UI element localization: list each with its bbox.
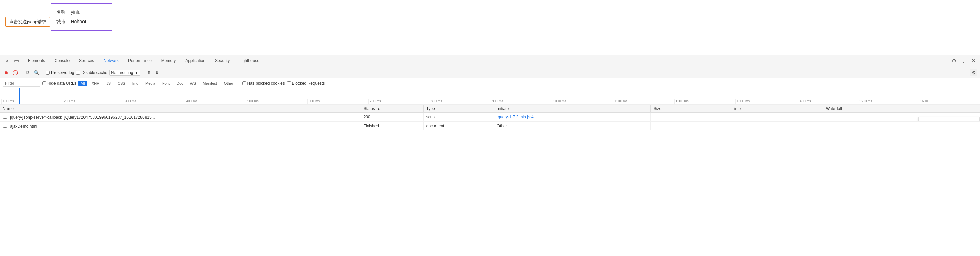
filter-input[interactable] [3,80,40,87]
network-toolbar: ⏺ 🚫 ⧉ 🔍 Preserve log Disable cache No th… [0,67,980,78]
timeline-tick: 400 ms [185,99,247,104]
import-har-button[interactable]: ⬆ [146,70,152,76]
waterfall-queued-row: Queued at 23.73 ms [923,120,975,122]
timeline-tick: 1600 [919,99,980,104]
info-city-value: Hohhot [70,19,86,24]
timeline-tick: 100 ms [2,99,63,104]
page-content: 点击发送jsonp请求 名称：yinlu 城市：Hohhot [0,0,980,54]
inspect-element-icon[interactable]: ⌖ [3,57,11,65]
devtools-tabbar: ⌖ ▭ Elements Console Sources Network Per… [0,55,980,67]
th-size[interactable]: Size [651,105,729,113]
th-name[interactable]: Name [0,105,361,113]
filter-js-button[interactable]: JS [104,80,113,86]
tab-security[interactable]: Security [210,55,234,67]
filter-css-button[interactable]: CSS [115,80,128,86]
tab-console[interactable]: Console [50,55,74,67]
toolbar-divider-2 [43,70,43,76]
network-table: Name Status Type Initiator Size [0,105,980,130]
row2-name: ajaxDemo.html [0,122,361,130]
close-devtools-icon[interactable]: ✕ [969,57,977,65]
toolbar-divider-3 [143,70,143,76]
tab-network[interactable]: Network [99,55,123,67]
jsonp-request-button[interactable]: 点击发送jsonp请求 [5,17,50,27]
row2-size [651,122,729,130]
th-status[interactable]: Status [361,105,423,113]
has-blocked-cookies-label[interactable]: Has blocked cookies [242,81,285,86]
row1-size [651,113,729,122]
record-button[interactable]: ⏺ [3,69,10,76]
th-type[interactable]: Type [423,105,494,113]
hide-data-urls-checkbox[interactable] [42,81,46,85]
timeline-tick: 900 ms [491,99,552,104]
preserve-log-checkbox[interactable] [46,70,50,75]
devtools-panel: ⌖ ▭ Elements Console Sources Network Per… [0,54,980,130]
filter-img-button[interactable]: Img [130,80,141,86]
timeline-tick: 1300 ms [735,99,797,104]
filter-font-button[interactable]: Font [160,80,172,86]
devtools-tab-list: Elements Console Sources Network Perform… [23,55,950,67]
row2-initiator: Other [494,122,651,130]
settings-icon[interactable]: ⚙ [950,57,958,65]
timeline-tick: 1100 ms [613,99,675,104]
row1-name: jquery-jsonp-server?callback=jQuery17204… [0,113,361,122]
filter-ws-button[interactable]: WS [188,80,199,86]
row2-checkbox[interactable] [3,123,8,128]
th-time[interactable]: Time [729,105,823,113]
network-settings-icon[interactable]: ⚙ [970,69,977,77]
filter-manifest-button[interactable]: Manifest [200,80,220,86]
export-har-button[interactable]: ⬇ [154,70,160,76]
row1-type: script [423,113,494,122]
chevron-down-icon: ▼ [134,70,138,75]
table-row[interactable]: jquery-jsonp-server?callback=jQuery17204… [0,113,980,122]
timeline-marker [19,88,20,104]
row1-checkbox[interactable] [3,114,8,119]
timeline-tick: 1000 ms [552,99,613,104]
timeline-tick: 500 ms [246,99,307,104]
info-box: 名称：yinlu 城市：Hohhot [51,3,113,31]
timeline-tick: 700 ms [368,99,430,104]
row1-initiator: jquery-1.7.2.min.js:4 [494,113,651,122]
hide-data-urls-label[interactable]: Hide data URLs [42,81,76,86]
tab-sources[interactable]: Sources [74,55,99,67]
tab-lighthouse[interactable]: Lighthouse [234,55,264,67]
preserve-log-label[interactable]: Preserve log [46,70,74,75]
more-options-icon[interactable]: ⋮ [959,57,968,65]
row2-status: Finished [361,122,423,130]
info-city-row: 城市：Hohhot [56,17,107,26]
filter-all-button[interactable]: All [78,80,87,86]
clear-button[interactable]: 🚫 [11,69,18,76]
blocked-requests-checkbox[interactable] [287,81,291,85]
device-toolbar-icon[interactable]: ▭ [12,57,21,65]
table-row[interactable]: ajaxDemo.html Finished document Other [0,122,980,130]
tab-application[interactable]: Application [181,55,210,67]
filter-xhr-button[interactable]: XHR [89,80,102,86]
tab-memory[interactable]: Memory [156,55,181,67]
filter-other-button[interactable]: Other [221,80,236,86]
th-initiator[interactable]: Initiator [494,105,651,113]
row2-time [729,122,823,130]
timeline-ruler: 100 ms200 ms300 ms400 ms500 ms600 ms700 … [0,88,980,104]
th-waterfall[interactable]: Waterfall [823,105,980,113]
row1-waterfall: Queued at 23.73 ms Started at 30.12 [823,113,980,122]
blocked-requests-label[interactable]: Blocked Requests [287,81,325,86]
search-icon[interactable]: 🔍 [33,69,40,76]
filter-media-button[interactable]: Media [143,80,158,86]
tab-elements[interactable]: Elements [23,55,50,67]
disable-cache-label[interactable]: Disable cache [76,70,107,75]
row1-initiator-link[interactable]: jquery-1.7.2.min.js:4 [497,115,534,120]
throttle-select[interactable]: No throttling ▼ [110,70,140,76]
info-city-label: 城市： [56,19,70,24]
filter-icon[interactable]: ⧉ [24,69,31,76]
timeline-tick: 800 ms [430,99,491,104]
waterfall-popup: Queued at 23.73 ms Started at 30.12 [918,117,980,122]
has-blocked-cookies-checkbox[interactable] [242,81,247,85]
timeline-tick: 1400 ms [797,99,858,104]
timeline-bar: — 100 ms200 ms300 ms400 ms500 ms600 ms70… [0,88,980,105]
timeline-dash-right: — [974,94,978,99]
network-table-container: Name Status Type Initiator Size [0,105,980,130]
tab-performance[interactable]: Performance [123,55,156,67]
filter-doc-button[interactable]: Doc [174,80,186,86]
timeline-tick: 300 ms [124,99,185,104]
row1-status: 200 [361,113,423,122]
disable-cache-checkbox[interactable] [76,70,80,75]
